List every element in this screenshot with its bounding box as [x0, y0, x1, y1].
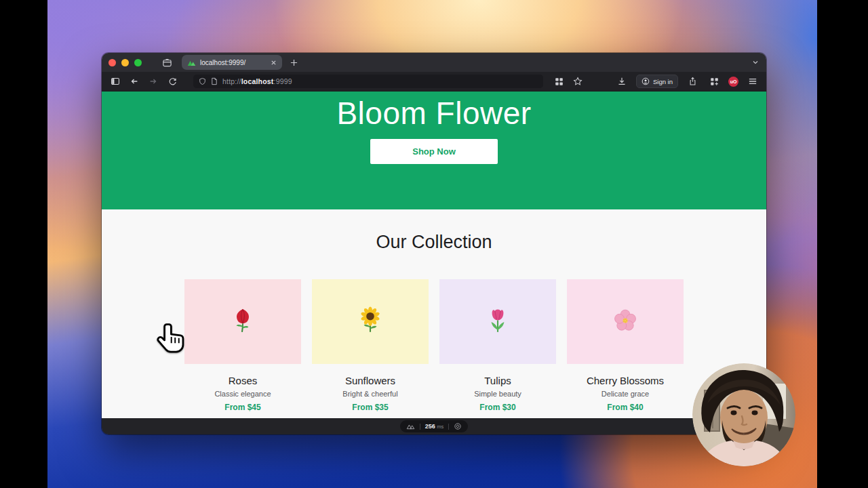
window-controls: [108, 59, 142, 66]
flower-icon: [611, 306, 639, 338]
tab-title: localhost:9999/: [200, 59, 271, 66]
product-price: From $45: [184, 403, 301, 412]
product-name: Tulips: [439, 375, 556, 386]
downloads-icon[interactable]: [614, 77, 629, 86]
forward-button[interactable]: [146, 77, 161, 86]
product-card-cherry-blossoms[interactable]: Cherry Blossoms Delicate grace From $40: [567, 279, 684, 412]
url-text: http://localhost:9999: [222, 77, 292, 85]
product-card-row: Roses Classic elegance From $45 Sunflowe…: [102, 279, 766, 412]
product-tagline: Classic elegance: [184, 390, 301, 398]
shield-icon[interactable]: [199, 77, 206, 85]
sign-in-label: Sign in: [653, 78, 673, 85]
product-price: From $30: [439, 403, 556, 412]
shop-now-button[interactable]: Shop Now: [370, 139, 498, 164]
localhost-favicon-icon: [187, 59, 196, 66]
browser-tab[interactable]: localhost:9999/: [182, 55, 282, 70]
navigation-toolbar: http://localhost:9999: [102, 72, 766, 92]
product-image-tile[interactable]: [439, 279, 556, 364]
localhost-logo-icon: [406, 423, 415, 430]
new-tab-button[interactable]: [290, 59, 298, 66]
product-tagline: Simple beauty: [439, 390, 556, 398]
account-icon: [642, 77, 650, 85]
cursor-pointer-hand: [155, 321, 190, 358]
product-price: From $40: [567, 403, 684, 412]
product-price: From $35: [312, 403, 429, 412]
flower-icon: [229, 306, 257, 338]
product-image-tile[interactable]: [567, 279, 684, 364]
share-icon[interactable]: [685, 77, 700, 86]
minimize-window-button[interactable]: [121, 59, 129, 66]
sidebar-toggle-icon[interactable]: [108, 77, 123, 86]
window-footer: 256 ms: [102, 418, 766, 434]
tab-list-chevron-icon[interactable]: [751, 58, 760, 66]
browser-window: localhost:9999/: [102, 53, 766, 434]
flower-icon: [484, 306, 512, 338]
product-card-roses[interactable]: Roses Classic elegance From $45: [184, 279, 301, 412]
tiles-icon[interactable]: [551, 77, 566, 86]
product-card-sunflowers[interactable]: Sunflowers Bright & cheerful From $35: [312, 279, 429, 412]
page-viewport: Bloom Flower Shop Now Our Collection Ros…: [102, 92, 766, 418]
dev-status-pill[interactable]: 256 ms: [400, 420, 469, 432]
product-tagline: Delicate grace: [567, 390, 684, 398]
extensions-icon[interactable]: [707, 77, 722, 86]
product-card-tulips[interactable]: Tulips Simple beauty From $30: [439, 279, 556, 412]
address-bar[interactable]: http://localhost:9999: [193, 75, 543, 88]
ublock-origin-icon[interactable]: uO: [728, 77, 738, 87]
tab-bar: localhost:9999/: [102, 53, 766, 72]
product-image-tile[interactable]: [184, 279, 301, 364]
desktop-wallpaper: localhost:9999/: [47, 0, 817, 488]
sign-in-button[interactable]: Sign in: [636, 75, 678, 88]
workspace-box-icon[interactable]: [162, 58, 172, 68]
product-name: Cherry Blossoms: [567, 375, 684, 386]
bookmark-star-icon[interactable]: [570, 77, 585, 86]
collection-heading: Our Collection: [102, 232, 766, 253]
product-image-tile[interactable]: [312, 279, 429, 364]
hero-section: Bloom Flower Shop Now: [102, 92, 766, 209]
product-name: Sunflowers: [312, 375, 429, 386]
reload-button[interactable]: [165, 77, 180, 86]
menu-hamburger-icon[interactable]: [745, 77, 760, 85]
back-button[interactable]: [127, 77, 142, 86]
collection-section: Our Collection Roses Classic elegance Fr…: [102, 209, 766, 418]
product-tagline: Bright & cheerful: [312, 390, 429, 398]
webcam-overlay: [692, 363, 795, 466]
close-tab-icon[interactable]: [271, 60, 277, 66]
target-settings-icon[interactable]: [454, 422, 462, 430]
site-title: Bloom Flower: [102, 92, 766, 131]
product-name: Roses: [184, 375, 301, 386]
flower-icon: [356, 306, 384, 338]
close-window-button[interactable]: [108, 59, 116, 66]
zoom-window-button[interactable]: [134, 59, 142, 66]
latency-readout: 256 ms: [425, 423, 444, 430]
page-info-icon[interactable]: [211, 77, 218, 85]
